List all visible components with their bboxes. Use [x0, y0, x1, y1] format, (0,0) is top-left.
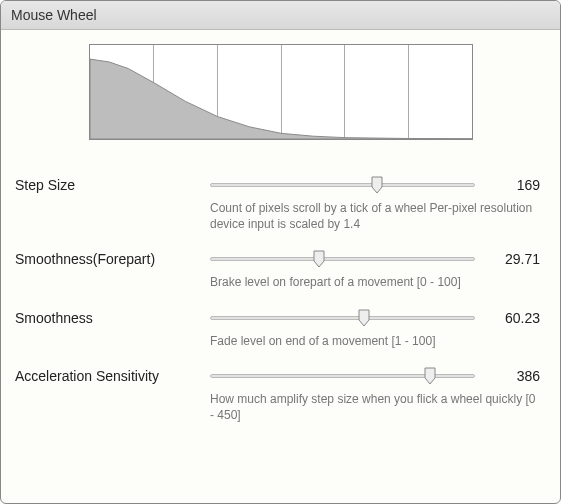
accel-desc: How much amplify step size when you flic… — [210, 391, 540, 423]
smooth-label: Smoothness — [15, 310, 210, 326]
slider-thumb[interactable] — [424, 367, 436, 385]
accel-label: Acceleration Sensitivity — [15, 368, 210, 384]
panel-title: Mouse Wheel — [1, 1, 560, 30]
smooth-fore-value: 29.71 — [485, 251, 540, 267]
smooth-desc: Fade level on end of a movement [1 - 100… — [210, 333, 540, 349]
step-size-label: Step Size — [15, 177, 210, 193]
setting-step-size: Step Size 169 — [15, 158, 546, 194]
smooth-value: 60.23 — [485, 310, 540, 326]
accel-value: 386 — [485, 368, 540, 384]
accel-slider[interactable] — [210, 367, 475, 385]
slider-thumb[interactable] — [358, 309, 370, 327]
curve-path — [90, 45, 472, 139]
slider-track — [210, 183, 475, 187]
step-size-slider[interactable] — [210, 176, 475, 194]
slider-track — [210, 316, 475, 320]
setting-accel: Acceleration Sensitivity 386 — [15, 349, 546, 385]
smooth-fore-desc: Brake level on forepart of a movement [0… — [210, 274, 540, 290]
curve-graph — [89, 44, 473, 140]
slider-thumb[interactable] — [371, 176, 383, 194]
smooth-fore-label: Smoothness(Forepart) — [15, 251, 210, 267]
step-size-value: 169 — [485, 177, 540, 193]
slider-track — [210, 257, 475, 261]
slider-thumb[interactable] — [313, 250, 325, 268]
smooth-fore-slider[interactable] — [210, 250, 475, 268]
step-size-desc: Count of pixels scroll by a tick of a wh… — [210, 200, 540, 232]
curve-graph-area — [1, 30, 560, 158]
setting-smooth: Smoothness 60.23 — [15, 291, 546, 327]
smooth-slider[interactable] — [210, 309, 475, 327]
setting-smooth-fore: Smoothness(Forepart) 29.71 — [15, 232, 546, 268]
mouse-wheel-panel: Mouse Wheel Step Size 169 — [0, 0, 561, 504]
